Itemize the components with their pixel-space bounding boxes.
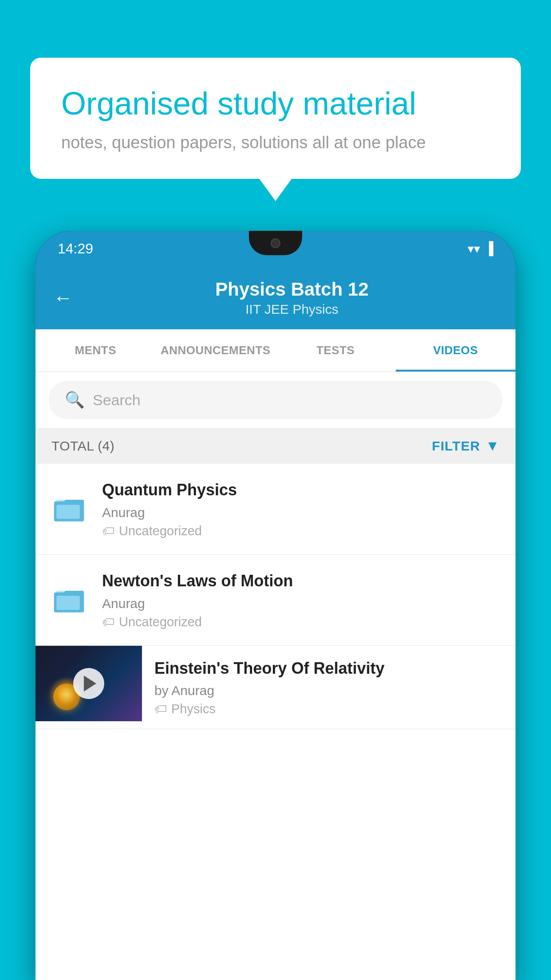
video-info: Newton's Laws of Motion Anurag 🏷 Uncateg… (102, 571, 502, 629)
tab-videos[interactable]: VIDEOS (396, 329, 516, 371)
speech-bubble: Organised study material notes, question… (30, 58, 521, 179)
video-author: Anurag (102, 505, 502, 520)
tag-text: Physics (171, 702, 216, 716)
play-button[interactable] (73, 668, 104, 699)
wifi-icon: ▾▾ (468, 241, 480, 256)
tabs-bar: MENTS ANNOUNCEMENTS TESTS VIDEOS (35, 329, 516, 372)
speech-bubble-container: Organised study material notes, question… (30, 58, 521, 179)
tag-text: Uncategorized (119, 615, 202, 629)
video-title: Einstein's Theory Of Relativity (154, 658, 503, 679)
header-subtitle: IIT JEE Physics (86, 302, 498, 317)
camera-dot (271, 238, 280, 248)
header-title: Physics Batch 12 (86, 279, 498, 300)
status-bar: 14:29 ▾▾ ▐ (35, 231, 516, 266)
list-item[interactable]: Einstein's Theory Of Relativity by Anura… (35, 646, 516, 730)
search-icon: 🔍 (65, 391, 85, 409)
filter-icon: ▼ (485, 438, 500, 454)
video-info: Quantum Physics Anurag 🏷 Uncategorized (102, 480, 502, 538)
video-tag: 🏷 Uncategorized (102, 524, 502, 538)
filter-bar: TOTAL (4) FILTER ▼ (35, 428, 516, 464)
tab-announcements[interactable]: ANNOUNCEMENTS (156, 329, 276, 371)
search-bar[interactable]: 🔍 Search (49, 381, 502, 419)
list-item[interactable]: Quantum Physics Anurag 🏷 Uncategorized (35, 464, 516, 555)
video-info: Einstein's Theory Of Relativity by Anura… (142, 646, 516, 729)
video-thumbnail (35, 646, 142, 721)
play-triangle-icon (84, 676, 96, 692)
tab-ments[interactable]: MENTS (35, 329, 156, 371)
tab-tests[interactable]: TESTS (276, 329, 396, 371)
bubble-subtitle: notes, question papers, solutions all at… (61, 133, 490, 152)
video-tag: 🏷 Uncategorized (102, 615, 502, 629)
tag-icon: 🏷 (102, 615, 114, 629)
back-button[interactable]: ← (53, 288, 73, 308)
phone-mockup: 14:29 ▾▾ ▐ ← Physics Batch 12 IIT JEE Ph… (35, 231, 516, 980)
video-title: Quantum Physics (102, 480, 502, 501)
search-bar-container: 🔍 Search (35, 372, 516, 428)
video-folder-icon (49, 580, 89, 620)
status-time: 14:29 (58, 241, 93, 257)
bubble-title: Organised study material (61, 84, 490, 122)
status-icons: ▾▾ ▐ (468, 241, 493, 256)
svg-rect-1 (56, 505, 80, 519)
video-author: by Anurag (154, 683, 503, 698)
video-tag: 🏷 Physics (154, 702, 503, 716)
header-title-group: Physics Batch 12 IIT JEE Physics (86, 279, 498, 317)
video-author: Anurag (102, 596, 502, 611)
filter-label: FILTER (432, 439, 480, 454)
total-count: TOTAL (4) (51, 439, 114, 454)
app-header: ← Physics Batch 12 IIT JEE Physics (35, 266, 516, 329)
phone-notch (249, 231, 302, 255)
video-list: Quantum Physics Anurag 🏷 Uncategorized (35, 464, 516, 729)
tag-icon: 🏷 (154, 702, 167, 716)
filter-button[interactable]: FILTER ▼ (432, 438, 500, 454)
list-item[interactable]: Newton's Laws of Motion Anurag 🏷 Uncateg… (35, 555, 516, 646)
battery-icon: ▐ (484, 241, 493, 256)
tag-icon: 🏷 (102, 524, 114, 538)
video-folder-icon (49, 489, 89, 529)
video-title: Newton's Laws of Motion (102, 571, 502, 592)
search-placeholder: Search (93, 391, 141, 409)
svg-rect-3 (56, 596, 80, 610)
phone-screen: ← Physics Batch 12 IIT JEE Physics MENTS… (35, 266, 516, 980)
tag-text: Uncategorized (119, 524, 202, 538)
